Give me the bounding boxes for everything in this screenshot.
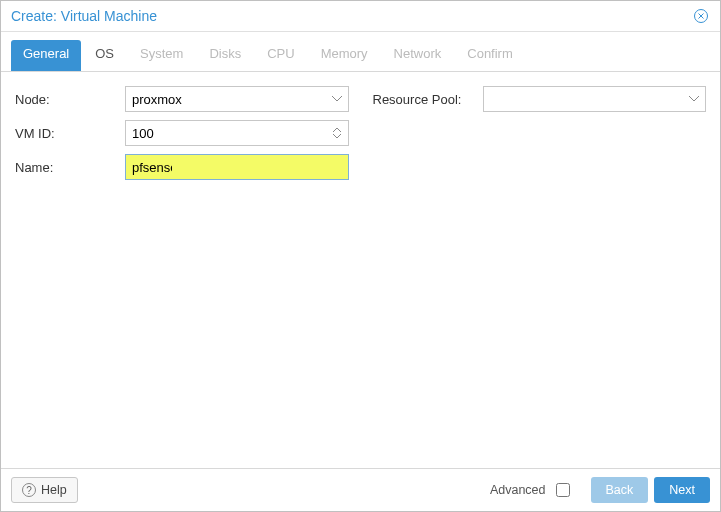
node-combo[interactable] xyxy=(125,86,349,112)
row-name: Name: xyxy=(15,154,349,180)
label-name: Name: xyxy=(15,160,125,175)
resource-pool-dropdown-trigger[interactable] xyxy=(683,87,705,111)
close-button[interactable] xyxy=(692,7,710,25)
vmid-input[interactable] xyxy=(126,121,326,145)
chevron-down-icon xyxy=(332,96,342,102)
label-resource-pool: Resource Pool: xyxy=(373,92,483,107)
row-vmid: VM ID: xyxy=(15,120,349,146)
help-button[interactable]: ? Help xyxy=(11,477,78,503)
row-resource-pool: Resource Pool: xyxy=(373,86,707,112)
dialog-title: Create: Virtual Machine xyxy=(11,8,157,24)
advanced-toggle[interactable]: Advanced xyxy=(490,480,573,500)
help-icon: ? xyxy=(22,483,36,497)
help-label: Help xyxy=(41,483,67,497)
titlebar: Create: Virtual Machine xyxy=(1,1,720,32)
tab-disks: Disks xyxy=(197,40,253,71)
advanced-checkbox[interactable] xyxy=(556,483,570,497)
tab-cpu: CPU xyxy=(255,40,306,71)
left-column: Node: VM ID: xyxy=(15,86,349,188)
close-icon xyxy=(693,8,709,24)
create-vm-dialog: Create: Virtual Machine General OS Syste… xyxy=(0,0,721,512)
chevron-down-icon xyxy=(689,96,699,102)
form-body: Node: VM ID: xyxy=(1,72,720,468)
chevron-down-icon xyxy=(333,133,341,138)
resource-pool-input[interactable] xyxy=(484,87,684,111)
advanced-label: Advanced xyxy=(490,483,546,497)
next-button[interactable]: Next xyxy=(654,477,710,503)
name-input[interactable] xyxy=(126,155,178,179)
right-column: Resource Pool: xyxy=(373,86,707,120)
label-node: Node: xyxy=(15,92,125,107)
tab-confirm: Confirm xyxy=(455,40,525,71)
vmid-spinner[interactable] xyxy=(125,120,349,146)
name-field[interactable] xyxy=(125,154,349,180)
tab-general[interactable]: General xyxy=(11,40,81,71)
dialog-footer: ? Help Advanced Back Next xyxy=(1,468,720,511)
tab-os[interactable]: OS xyxy=(83,40,126,71)
tab-memory: Memory xyxy=(309,40,380,71)
vmid-spinner-trigger[interactable] xyxy=(326,121,348,145)
wizard-tabs: General OS System Disks CPU Memory Netwo… xyxy=(1,32,720,72)
node-dropdown-trigger[interactable] xyxy=(326,87,348,111)
tab-system: System xyxy=(128,40,195,71)
label-vmid: VM ID: xyxy=(15,126,125,141)
resource-pool-combo[interactable] xyxy=(483,86,707,112)
back-button[interactable]: Back xyxy=(591,477,649,503)
tab-network: Network xyxy=(382,40,454,71)
row-node: Node: xyxy=(15,86,349,112)
node-input[interactable] xyxy=(126,87,326,111)
